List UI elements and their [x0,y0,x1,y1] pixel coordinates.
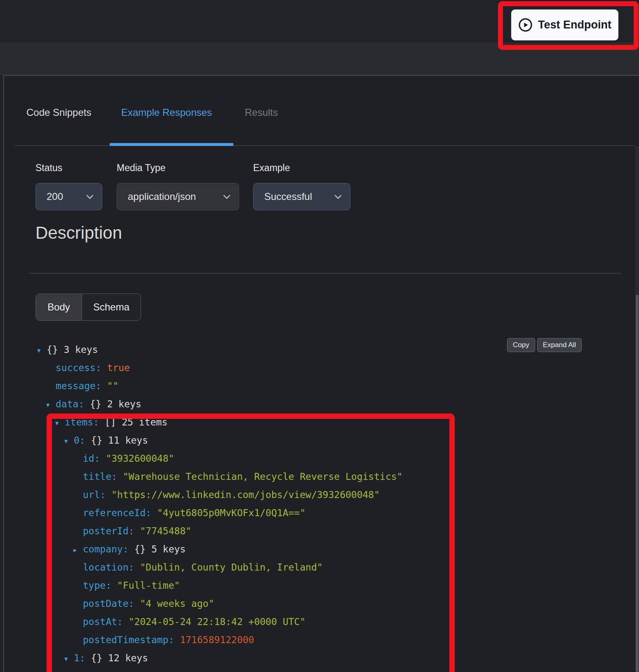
collapse-triangle-icon[interactable]: ▶ [73,541,83,559]
media-type-select[interactable]: application/json [117,183,239,210]
json-row: ▼0: {} 11 keys [0,431,577,449]
json-brace: {} [91,435,108,446]
scrollbar-track [635,146,639,672]
test-endpoint-button[interactable]: Test Endpoint [511,9,618,40]
tab-example-responses[interactable]: Example Responses [121,107,212,118]
description-heading: Description [35,223,122,243]
json-value: "Dublin, County Dublin, Ireland" [140,562,322,573]
expand-triangle-icon[interactable]: ▼ [55,414,65,432]
body-tab-button[interactable]: Body [36,294,82,320]
json-row: ▼items: [] 25 items [0,413,577,431]
example-label: Example [253,162,290,174]
json-row: ▼postedTimestamp: 1716589122000 [0,631,577,649]
example-select[interactable]: Successful [253,183,350,210]
json-brace: [] [105,417,122,428]
json-row: ▼title: "Warehouse Technician, Recycle R… [0,468,577,486]
expand-triangle-icon[interactable]: ▼ [64,432,74,450]
play-circle-icon [518,18,533,32]
expand-triangle-icon[interactable]: ▼ [37,341,47,359]
json-key: postAt: [83,616,129,627]
json-key: location: [83,562,140,573]
status-select[interactable]: 200 [35,183,102,210]
json-count: 3 keys [64,344,98,355]
json-value: "4yut6805p0MvKOFx1/0Q1A==" [157,508,305,518]
json-key: 1: [74,653,91,663]
json-count: 25 items [122,417,167,428]
json-key: message: [56,381,107,391]
json-row: ▶company: {} 5 keys [0,540,577,558]
json-row: ▼referenceId: "4yut6805p0MvKOFx1/0Q1A==" [0,504,577,522]
json-value: true [107,362,130,373]
json-key: type: [83,580,117,591]
json-row: ▼data: {} 2 keys [0,395,577,413]
json-count: 2 keys [107,399,141,409]
json-row: ▼{} 3 keys [0,341,577,359]
json-value: "3932600048" [106,453,174,464]
json-value: "https://www.linkedin.com/jobs/view/3932… [111,489,380,500]
expand-triangle-icon[interactable]: ▼ [64,650,74,668]
json-key: success: [56,362,107,373]
body-schema-toggle: Body Schema [35,294,141,321]
json-tree: ▼{} 3 keys▼success: true▼message: ""▼dat… [0,341,577,667]
active-tab-underline [110,143,233,146]
description-divider [29,273,621,274]
json-brace: {} [134,544,152,555]
tab-code-snippets[interactable]: Code Snippets [26,107,91,118]
json-key: items: [65,417,105,428]
json-count: 12 keys [108,653,148,663]
json-row: ▼location: "Dublin, County Dublin, Irela… [0,558,577,576]
json-key: id: [83,453,106,464]
example-value: Successful [264,191,312,202]
json-value: "7745488" [140,526,191,536]
media-type-value: application/json [128,191,196,202]
json-value: 1716589122000 [180,634,254,645]
json-row: ▼id: "3932600048" [0,449,577,468]
json-value: "Full-time" [117,580,180,591]
expand-triangle-icon[interactable]: ▼ [46,396,56,414]
sub-header-strip [0,42,639,75]
json-count: 11 keys [108,435,148,446]
tab-results[interactable]: Results [245,107,278,118]
app-screen: Test Endpoint Code Snippets Example Resp… [0,0,639,672]
json-key: 0: [74,435,91,446]
media-type-label: Media Type [117,162,165,174]
json-value: "2024-05-24 22:18:42 +0000 UTC" [129,616,305,627]
json-key: referenceId: [83,508,157,518]
json-row: ▼type: "Full-time" [0,576,577,594]
json-key: postedTimestamp: [83,634,180,645]
json-brace: {} [90,399,107,409]
json-value: "4 weeks ago" [140,598,214,609]
json-key: url: [83,489,111,500]
json-row: ▼postAt: "2024-05-24 22:18:42 +0000 UTC" [0,613,577,631]
json-key: posterId: [83,526,140,536]
status-label: Status [35,162,62,174]
json-key: postDate: [83,598,140,609]
test-endpoint-label: Test Endpoint [538,19,611,31]
json-row: ▼url: "https://www.linkedin.com/jobs/vie… [0,486,577,504]
chevron-down-icon [223,195,230,199]
json-key: company: [83,544,134,555]
json-row: ▼success: true [0,359,577,377]
json-row: ▼postDate: "4 weeks ago" [0,594,577,613]
json-key: data: [56,399,90,409]
status-value: 200 [47,191,63,202]
schema-tab-button[interactable]: Schema [82,294,141,320]
tabs-divider [15,145,635,146]
json-brace: {} [91,653,108,663]
json-brace: {} [47,344,64,355]
json-count: 5 keys [151,544,186,555]
json-row: ▼message: "" [0,377,577,395]
chevron-down-icon [334,195,342,199]
chevron-down-icon [86,195,94,199]
json-value: "" [107,381,119,391]
scrollbar-thumb[interactable] [636,295,639,672]
json-key: title: [83,471,123,482]
json-row: ▼1: {} 12 keys [0,649,577,667]
json-value: "Warehouse Technician, Recycle Reverse L… [123,471,403,482]
json-row: ▼posterId: "7745488" [0,522,577,540]
